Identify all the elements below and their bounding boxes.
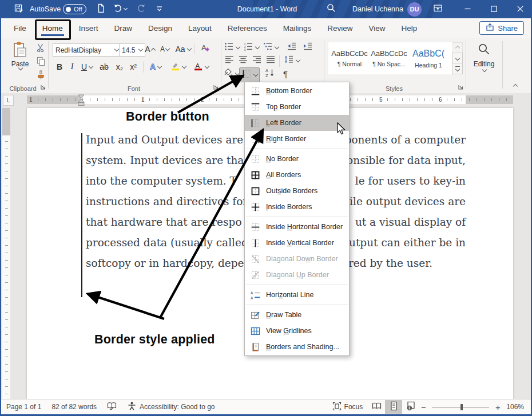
menu-item-outside-borders[interactable]: Outside Borders [245,183,349,199]
styles-scroll-up-button[interactable] [452,42,463,54]
increase-indent-button[interactable] [301,41,315,54]
zoom-in-button[interactable]: + [494,402,502,412]
menu-item-left-border[interactable]: Left Border [245,115,349,131]
underline-button[interactable]: U [79,61,95,73]
superscript-button[interactable]: x² [127,61,140,73]
font-color-button[interactable]: A [191,61,211,73]
menu-item-borders-and-shading[interactable]: Borders and Shading... [245,339,349,355]
menu-item-view-gridlines[interactable]: View Gridlines [245,323,349,339]
tab-help[interactable]: Help [394,18,426,38]
pilcrow-button[interactable]: ¶ [279,67,292,80]
menu-item-draw-table[interactable]: Draw Table [245,307,349,323]
bullets-button[interactable] [223,41,240,54]
bold-button[interactable]: B [54,61,65,73]
menu-item-inside-horizontal-border[interactable]: Inside Horizontal Border [245,219,349,235]
tab-file[interactable]: File [6,18,34,38]
shading-button[interactable] [222,67,240,80]
menu-item-all-borders[interactable]: All Borders [245,167,349,183]
zoom-slider-thumb[interactable] [460,404,463,410]
decrease-indent-button[interactable] [285,41,299,54]
print-layout-button[interactable] [385,400,402,414]
undo-icon[interactable] [113,0,127,18]
word-count[interactable]: 82 of 82 words [46,399,102,414]
borders-button[interactable] [239,67,260,82]
share-button[interactable]: Share [479,21,524,35]
styles-dialog-launcher-icon[interactable] [456,83,464,91]
italic-button[interactable]: I [66,61,78,73]
tab-references[interactable]: References [220,18,275,38]
subscript-button[interactable]: x₂ [113,61,126,73]
focus-button[interactable]: Focus [327,399,368,414]
strikethrough-button[interactable]: ab [97,61,111,73]
menu-item-horizontal-line[interactable]: AAHorizontal Line [245,287,349,303]
shrink-font-button[interactable]: A [158,43,172,55]
zoom-level[interactable]: 106% [502,399,527,414]
line-spacing-button[interactable] [283,54,301,67]
font-size-combo[interactable]: 14.5 [119,43,145,57]
user-name[interactable]: Daniel Uchenna [352,0,403,18]
menu-item-diagonal-up-border[interactable]: Diagonal Up Border [245,267,349,283]
tab-layout[interactable]: Layout [180,18,220,38]
numbering-button[interactable]: 123 [243,41,260,54]
justify-button[interactable] [264,54,277,67]
clear-formatting-button[interactable]: A [198,43,213,55]
tab-insert[interactable]: Insert [71,18,106,38]
style-card--no-spac-[interactable]: AaBbCcDc¶ No Spac... [370,43,408,74]
align-right-button[interactable] [251,54,263,67]
close-button[interactable] [507,0,532,18]
menu-item-bottom-border[interactable]: Bottom Border [245,83,349,99]
ribbon-display-options-icon[interactable] [433,0,443,18]
sort-button[interactable]: AZ [263,67,277,80]
web-layout-button[interactable] [402,400,419,414]
cut-button[interactable] [34,42,47,55]
styles-gallery-more-button[interactable] [452,63,463,74]
menu-item-inside-borders[interactable]: Inside Borders [245,199,349,215]
clipboard-dialog-launcher-icon[interactable] [39,83,47,91]
tab-mailings[interactable]: Mailings [275,18,320,38]
vertical-ruler[interactable] [2,108,10,399]
font-name-combo[interactable]: RedHatDisplay [53,43,121,57]
save-icon[interactable] [14,0,23,18]
multilevel-list-button[interactable] [262,41,279,54]
zoom-out-button[interactable]: − [419,402,427,412]
avatar[interactable]: DU [407,0,422,18]
tab-view[interactable]: View [360,18,393,38]
highlight-color-button[interactable] [168,61,188,73]
collapse-ribbon-icon[interactable] [514,80,517,90]
menu-item-diagonal-down-border[interactable]: Diagonal Down Border [245,251,349,267]
page-indicator[interactable]: Page 1 of 1 [1,399,46,414]
read-mode-button[interactable] [368,400,385,414]
redo-icon[interactable] [136,0,146,18]
tab-selector[interactable]: L [3,95,14,106]
autosave-toggle[interactable]: Off [63,0,86,18]
tab-draw[interactable]: Draw [106,18,141,38]
align-left-button[interactable] [223,54,236,67]
accessibility-status[interactable]: Accessibility: Good to go [122,399,220,414]
change-case-button[interactable]: Aa [174,43,192,55]
grow-font-button[interactable]: A [143,43,157,55]
zoom-slider[interactable] [432,407,489,407]
proofing-icon[interactable] [102,399,122,414]
text-effects-button[interactable]: A [146,61,165,73]
maximize-button[interactable] [481,0,507,18]
menu-item-right-border[interactable]: Right Border [245,131,349,147]
tab-design[interactable]: Design [140,18,180,38]
search-icon[interactable] [326,0,336,18]
menu-item-inside-vertical-border[interactable]: Inside Vertical Border [245,235,349,251]
style-card-heading-1[interactable]: AaBbC(Heading 1 [410,43,447,74]
qat-more-icon[interactable] [154,0,164,18]
paste-button[interactable]: Paste [8,41,32,82]
font-dialog-launcher-icon[interactable] [212,83,220,91]
tab-review[interactable]: Review [319,18,360,38]
editing-button[interactable]: Editing [469,42,499,82]
menu-item-top-border[interactable]: Top Border [245,99,349,115]
format-painter-button[interactable] [34,70,47,82]
new-doc-icon[interactable] [96,0,106,18]
align-center-button[interactable] [237,54,249,67]
copy-button[interactable] [34,56,47,69]
menu-item-no-border[interactable]: No Border [245,151,349,167]
styles-scroll-down-button[interactable] [452,53,463,64]
style-card--normal[interactable]: AaBbCcDc¶ Normal [331,43,368,74]
minimize-button[interactable] [454,0,481,18]
indent-markers[interactable] [78,94,85,107]
